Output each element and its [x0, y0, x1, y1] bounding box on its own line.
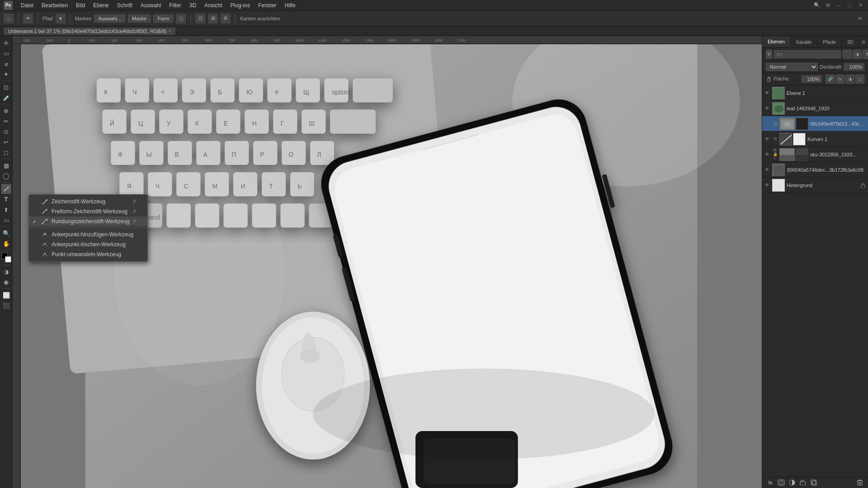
form-button[interactable]: Form: [153, 14, 173, 23]
tool-eraser[interactable]: ◻: [1, 147, 11, 157]
menu-auswahl[interactable]: Auswahl: [137, 1, 165, 9]
tool-pen[interactable]: [1, 184, 11, 194]
layer-row-kurven[interactable]: 👁 ⛓: [762, 131, 868, 147]
layer-fx-button[interactable]: fx: [766, 479, 775, 487]
tool-stamp[interactable]: ⊙: [1, 127, 11, 136]
tool-layer-mask[interactable]: ◑: [1, 267, 11, 277]
search-icon[interactable]: 🔍: [813, 1, 821, 9]
tool-zoom[interactable]: 🔍: [1, 228, 11, 238]
layer-add-mask-button[interactable]: [777, 479, 786, 487]
maximize-icon[interactable]: □: [845, 1, 854, 9]
layers-search-type-button[interactable]: [766, 50, 772, 59]
ctx-pen-tool[interactable]: Zeichenstift-Werkzeug P: [29, 197, 147, 206]
layer-fx-icon[interactable]: fx: [835, 75, 844, 84]
layer-adjustment-button[interactable]: [788, 479, 797, 487]
layer-filter-pixel[interactable]: ⬛: [843, 50, 852, 59]
layer-visibility-photo[interactable]: 👁: [764, 121, 770, 127]
menu-ansicht[interactable]: Ansicht: [201, 1, 226, 9]
blend-mode-select[interactable]: Normal: [766, 63, 818, 71]
tool-gradient[interactable]: ▦: [1, 160, 11, 170]
tool-view-standard[interactable]: ⬜: [1, 290, 11, 300]
tool-magic-wand[interactable]: ✦: [1, 69, 11, 79]
layer-row-photo[interactable]: 👁 ⛓: [762, 116, 868, 131]
menu-bearbeiten[interactable]: Bearbeiten: [38, 1, 71, 9]
layer-link-icon[interactable]: 🔗: [826, 75, 835, 84]
tab-pfade[interactable]: Pfade: [817, 36, 842, 47]
menu-plugins[interactable]: Plug-ins: [227, 1, 254, 9]
align-icon[interactable]: ⊡: [195, 14, 205, 23]
layer-row-leaf[interactable]: 👁 leaf-1482948_1920: [762, 101, 868, 116]
layer-row-ebene1[interactable]: 👁 Ebene 1: [762, 85, 868, 101]
menu-fenster[interactable]: Fenster: [255, 1, 280, 9]
layer-filter-text[interactable]: T: [863, 50, 868, 59]
ctx-freeform-pen[interactable]: Freiform-Zeichenstift-Werkzeug P: [29, 206, 147, 216]
menu-bild[interactable]: Bild: [72, 1, 89, 9]
tab-kanaele[interactable]: Kanäle: [791, 36, 817, 47]
menu-datei[interactable]: Datei: [17, 1, 37, 9]
layer-visibility-leaf[interactable]: 👁: [764, 105, 770, 112]
layer-row-hintergrund[interactable]: 👁 Hintergrund: [762, 178, 868, 193]
menu-filter[interactable]: Filter: [165, 1, 185, 9]
tool-crop[interactable]: ⊡: [1, 82, 11, 92]
settings-icon[interactable]: ⚙: [221, 14, 231, 23]
canvas-content[interactable]: К Ч < Э Б Ю # Щ option Й Ц У К Е: [21, 44, 762, 488]
tool-history-brush[interactable]: ↩: [1, 137, 11, 147]
ctx-convert-point[interactable]: Punkt-umwandeln-Werkzeug: [29, 249, 147, 259]
form-icon[interactable]: ◻: [176, 14, 186, 23]
tool-path-select[interactable]: ⬆: [1, 205, 11, 215]
layer-visibility-ebene1[interactable]: 👁: [764, 90, 770, 96]
tool-lasso[interactable]: ⌀: [1, 59, 11, 69]
menu-schrift[interactable]: Schrift: [113, 1, 136, 9]
opacity-input[interactable]: [844, 63, 864, 70]
menu-hilfe[interactable]: Hilfe: [281, 1, 299, 9]
layers-search-input[interactable]: [774, 50, 841, 58]
tool-move[interactable]: ✛: [1, 38, 11, 48]
tool-spot-heal[interactable]: ⊕: [1, 106, 11, 116]
menu-bar: Ps Datei Bearbeiten Bild Ebene Schrift A…: [0, 0, 868, 11]
tool-eyedropper[interactable]: 💉: [1, 93, 11, 103]
svg-text:У: У: [167, 120, 171, 127]
tool-dodge[interactable]: ◯: [1, 171, 11, 181]
layer-mask-icon[interactable]: ◑: [845, 75, 854, 84]
path-dropdown-icon[interactable]: ▼: [56, 14, 66, 23]
layer-row-sky[interactable]: 👁 ⛓ 🔒 ☆: [762, 147, 868, 162]
layer-smart-icon[interactable]: ◻: [855, 75, 864, 84]
tab-ebenen[interactable]: Ebenen: [762, 36, 791, 47]
auswahl-button[interactable]: Auswahl...: [94, 14, 125, 23]
layer-filter-adjust[interactable]: ◑: [853, 50, 862, 59]
menu-3d[interactable]: 3D: [186, 1, 200, 9]
minimize-icon[interactable]: ─: [835, 1, 843, 9]
ctx-delete-anchor[interactable]: Ankerpunkt-löschen-Werkzeug: [29, 239, 147, 249]
workspace-icon[interactable]: ⊞: [824, 1, 832, 9]
tab-3d[interactable]: 3D: [842, 36, 859, 47]
layer-visibility-306040[interactable]: 👁: [764, 167, 770, 173]
ctx-add-anchor[interactable]: Ankerpunkt-hinzufügen-Werkzeug: [29, 230, 147, 239]
maske-button[interactable]: Maske: [128, 14, 151, 23]
layer-visibility-kurven[interactable]: 👁: [764, 136, 770, 142]
tool-shape[interactable]: ▭: [1, 215, 11, 225]
fill-input[interactable]: [802, 75, 822, 83]
layer-new-button[interactable]: [809, 479, 818, 487]
layer-group-button[interactable]: [798, 479, 807, 487]
tool-quick-mask[interactable]: ◉: [1, 277, 11, 287]
tool-view-fullscreen[interactable]: ⬛: [1, 300, 11, 310]
arrange-icon[interactable]: ⊞: [208, 14, 218, 23]
document-tab[interactable]: Unbenannt-1 bei 37.1% (09c540e4f70d13ebb…: [4, 28, 175, 35]
tool-text[interactable]: T: [1, 194, 11, 204]
tool-brush[interactable]: ✏: [1, 116, 11, 126]
close-icon[interactable]: ✕: [856, 1, 864, 9]
menu-ebene[interactable]: Ebene: [90, 1, 113, 9]
layer-visibility-sky[interactable]: 👁: [764, 151, 770, 158]
tab-close-button[interactable]: ×: [168, 28, 171, 33]
toolbar-extra-icon[interactable]: ≫: [856, 14, 864, 23]
foreground-color[interactable]: [1, 253, 11, 263]
tool-select-rect[interactable]: ▭: [1, 48, 11, 58]
ctx-curvature-pen[interactable]: ✓ Rundungszeichenstift-Werkzeug P: [29, 216, 147, 226]
layer-row-306040[interactable]: 👁 306040a5746dec...3b172fb3a6c08: [762, 162, 868, 178]
layer-visibility-hintergrund[interactable]: 👁: [764, 182, 770, 188]
home-icon[interactable]: ⌂: [4, 14, 14, 23]
brush-type-icon[interactable]: ✒: [23, 14, 33, 23]
tool-hand[interactable]: ✋: [1, 239, 11, 249]
layer-delete-button[interactable]: [855, 479, 864, 487]
panel-menu-icon[interactable]: ≡: [859, 38, 868, 46]
